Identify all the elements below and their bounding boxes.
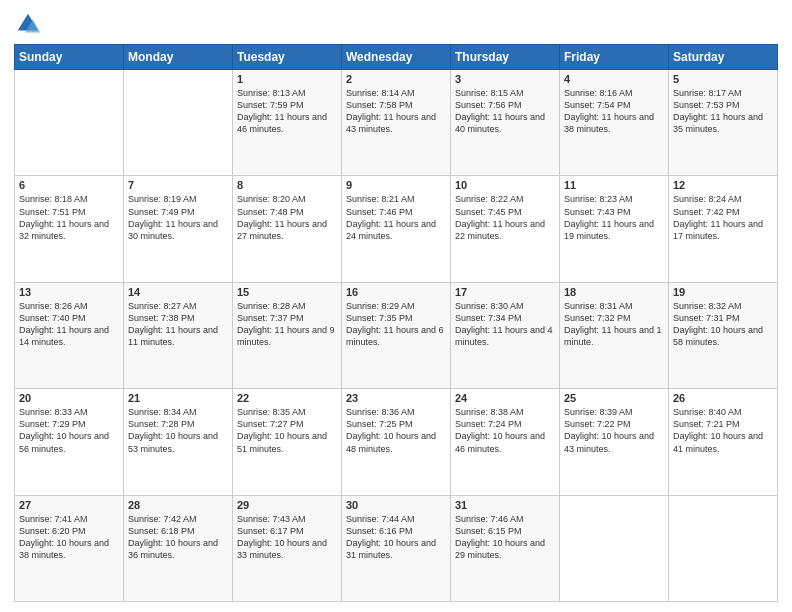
day-info: Sunrise: 8:33 AM Sunset: 7:29 PM Dayligh… (19, 406, 119, 455)
day-number: 1 (237, 73, 337, 85)
calendar-cell: 20Sunrise: 8:33 AM Sunset: 7:29 PM Dayli… (15, 389, 124, 495)
calendar-cell: 1Sunrise: 8:13 AM Sunset: 7:59 PM Daylig… (233, 70, 342, 176)
week-row-2: 6Sunrise: 8:18 AM Sunset: 7:51 PM Daylig… (15, 176, 778, 282)
calendar-cell: 28Sunrise: 7:42 AM Sunset: 6:18 PM Dayli… (124, 495, 233, 601)
day-info: Sunrise: 8:17 AM Sunset: 7:53 PM Dayligh… (673, 87, 773, 136)
calendar-cell: 3Sunrise: 8:15 AM Sunset: 7:56 PM Daylig… (451, 70, 560, 176)
day-info: Sunrise: 7:46 AM Sunset: 6:15 PM Dayligh… (455, 513, 555, 562)
day-number: 5 (673, 73, 773, 85)
day-info: Sunrise: 8:16 AM Sunset: 7:54 PM Dayligh… (564, 87, 664, 136)
day-info: Sunrise: 8:29 AM Sunset: 7:35 PM Dayligh… (346, 300, 446, 349)
weekday-header-friday: Friday (560, 45, 669, 70)
calendar-cell: 9Sunrise: 8:21 AM Sunset: 7:46 PM Daylig… (342, 176, 451, 282)
day-number: 15 (237, 286, 337, 298)
calendar-cell: 17Sunrise: 8:30 AM Sunset: 7:34 PM Dayli… (451, 282, 560, 388)
day-info: Sunrise: 7:42 AM Sunset: 6:18 PM Dayligh… (128, 513, 228, 562)
day-number: 10 (455, 179, 555, 191)
calendar-cell: 4Sunrise: 8:16 AM Sunset: 7:54 PM Daylig… (560, 70, 669, 176)
weekday-header-tuesday: Tuesday (233, 45, 342, 70)
calendar-cell: 14Sunrise: 8:27 AM Sunset: 7:38 PM Dayli… (124, 282, 233, 388)
calendar-cell: 15Sunrise: 8:28 AM Sunset: 7:37 PM Dayli… (233, 282, 342, 388)
day-info: Sunrise: 8:27 AM Sunset: 7:38 PM Dayligh… (128, 300, 228, 349)
day-number: 27 (19, 499, 119, 511)
day-info: Sunrise: 8:22 AM Sunset: 7:45 PM Dayligh… (455, 193, 555, 242)
day-number: 14 (128, 286, 228, 298)
calendar-cell: 16Sunrise: 8:29 AM Sunset: 7:35 PM Dayli… (342, 282, 451, 388)
day-number: 13 (19, 286, 119, 298)
calendar-cell: 11Sunrise: 8:23 AM Sunset: 7:43 PM Dayli… (560, 176, 669, 282)
day-number: 22 (237, 392, 337, 404)
weekday-header-sunday: Sunday (15, 45, 124, 70)
calendar-cell (15, 70, 124, 176)
calendar-cell (669, 495, 778, 601)
day-info: Sunrise: 8:34 AM Sunset: 7:28 PM Dayligh… (128, 406, 228, 455)
day-info: Sunrise: 8:14 AM Sunset: 7:58 PM Dayligh… (346, 87, 446, 136)
day-number: 31 (455, 499, 555, 511)
day-info: Sunrise: 8:31 AM Sunset: 7:32 PM Dayligh… (564, 300, 664, 349)
weekday-header-wednesday: Wednesday (342, 45, 451, 70)
day-info: Sunrise: 7:41 AM Sunset: 6:20 PM Dayligh… (19, 513, 119, 562)
calendar-cell: 5Sunrise: 8:17 AM Sunset: 7:53 PM Daylig… (669, 70, 778, 176)
week-row-3: 13Sunrise: 8:26 AM Sunset: 7:40 PM Dayli… (15, 282, 778, 388)
page: SundayMondayTuesdayWednesdayThursdayFrid… (0, 0, 792, 612)
day-number: 8 (237, 179, 337, 191)
calendar-table: SundayMondayTuesdayWednesdayThursdayFrid… (14, 44, 778, 602)
calendar-cell: 13Sunrise: 8:26 AM Sunset: 7:40 PM Dayli… (15, 282, 124, 388)
calendar-cell: 21Sunrise: 8:34 AM Sunset: 7:28 PM Dayli… (124, 389, 233, 495)
day-info: Sunrise: 8:15 AM Sunset: 7:56 PM Dayligh… (455, 87, 555, 136)
day-info: Sunrise: 8:24 AM Sunset: 7:42 PM Dayligh… (673, 193, 773, 242)
day-number: 11 (564, 179, 664, 191)
calendar-cell: 19Sunrise: 8:32 AM Sunset: 7:31 PM Dayli… (669, 282, 778, 388)
day-info: Sunrise: 8:13 AM Sunset: 7:59 PM Dayligh… (237, 87, 337, 136)
day-number: 4 (564, 73, 664, 85)
calendar-cell: 25Sunrise: 8:39 AM Sunset: 7:22 PM Dayli… (560, 389, 669, 495)
day-number: 28 (128, 499, 228, 511)
week-row-1: 1Sunrise: 8:13 AM Sunset: 7:59 PM Daylig… (15, 70, 778, 176)
day-number: 26 (673, 392, 773, 404)
weekday-header-saturday: Saturday (669, 45, 778, 70)
day-number: 6 (19, 179, 119, 191)
week-row-5: 27Sunrise: 7:41 AM Sunset: 6:20 PM Dayli… (15, 495, 778, 601)
weekday-header-thursday: Thursday (451, 45, 560, 70)
calendar-cell: 8Sunrise: 8:20 AM Sunset: 7:48 PM Daylig… (233, 176, 342, 282)
day-number: 9 (346, 179, 446, 191)
calendar-cell (124, 70, 233, 176)
day-info: Sunrise: 8:26 AM Sunset: 7:40 PM Dayligh… (19, 300, 119, 349)
day-info: Sunrise: 8:39 AM Sunset: 7:22 PM Dayligh… (564, 406, 664, 455)
calendar-cell: 27Sunrise: 7:41 AM Sunset: 6:20 PM Dayli… (15, 495, 124, 601)
day-info: Sunrise: 8:40 AM Sunset: 7:21 PM Dayligh… (673, 406, 773, 455)
calendar-cell: 22Sunrise: 8:35 AM Sunset: 7:27 PM Dayli… (233, 389, 342, 495)
calendar-cell: 30Sunrise: 7:44 AM Sunset: 6:16 PM Dayli… (342, 495, 451, 601)
day-number: 18 (564, 286, 664, 298)
day-number: 12 (673, 179, 773, 191)
calendar-cell: 6Sunrise: 8:18 AM Sunset: 7:51 PM Daylig… (15, 176, 124, 282)
day-info: Sunrise: 8:30 AM Sunset: 7:34 PM Dayligh… (455, 300, 555, 349)
day-number: 20 (19, 392, 119, 404)
calendar-cell: 31Sunrise: 7:46 AM Sunset: 6:15 PM Dayli… (451, 495, 560, 601)
calendar-cell: 18Sunrise: 8:31 AM Sunset: 7:32 PM Dayli… (560, 282, 669, 388)
day-number: 17 (455, 286, 555, 298)
logo-icon (14, 10, 42, 38)
day-number: 3 (455, 73, 555, 85)
day-info: Sunrise: 8:35 AM Sunset: 7:27 PM Dayligh… (237, 406, 337, 455)
day-number: 30 (346, 499, 446, 511)
calendar-cell (560, 495, 669, 601)
day-number: 19 (673, 286, 773, 298)
day-info: Sunrise: 8:36 AM Sunset: 7:25 PM Dayligh… (346, 406, 446, 455)
day-info: Sunrise: 8:20 AM Sunset: 7:48 PM Dayligh… (237, 193, 337, 242)
day-number: 29 (237, 499, 337, 511)
day-info: Sunrise: 8:23 AM Sunset: 7:43 PM Dayligh… (564, 193, 664, 242)
day-info: Sunrise: 8:28 AM Sunset: 7:37 PM Dayligh… (237, 300, 337, 349)
calendar-cell: 23Sunrise: 8:36 AM Sunset: 7:25 PM Dayli… (342, 389, 451, 495)
day-number: 7 (128, 179, 228, 191)
header (14, 10, 778, 38)
day-info: Sunrise: 7:43 AM Sunset: 6:17 PM Dayligh… (237, 513, 337, 562)
calendar-cell: 12Sunrise: 8:24 AM Sunset: 7:42 PM Dayli… (669, 176, 778, 282)
day-info: Sunrise: 8:38 AM Sunset: 7:24 PM Dayligh… (455, 406, 555, 455)
day-number: 23 (346, 392, 446, 404)
calendar-cell: 29Sunrise: 7:43 AM Sunset: 6:17 PM Dayli… (233, 495, 342, 601)
calendar-cell: 2Sunrise: 8:14 AM Sunset: 7:58 PM Daylig… (342, 70, 451, 176)
day-info: Sunrise: 8:19 AM Sunset: 7:49 PM Dayligh… (128, 193, 228, 242)
weekday-header-row: SundayMondayTuesdayWednesdayThursdayFrid… (15, 45, 778, 70)
day-info: Sunrise: 8:21 AM Sunset: 7:46 PM Dayligh… (346, 193, 446, 242)
